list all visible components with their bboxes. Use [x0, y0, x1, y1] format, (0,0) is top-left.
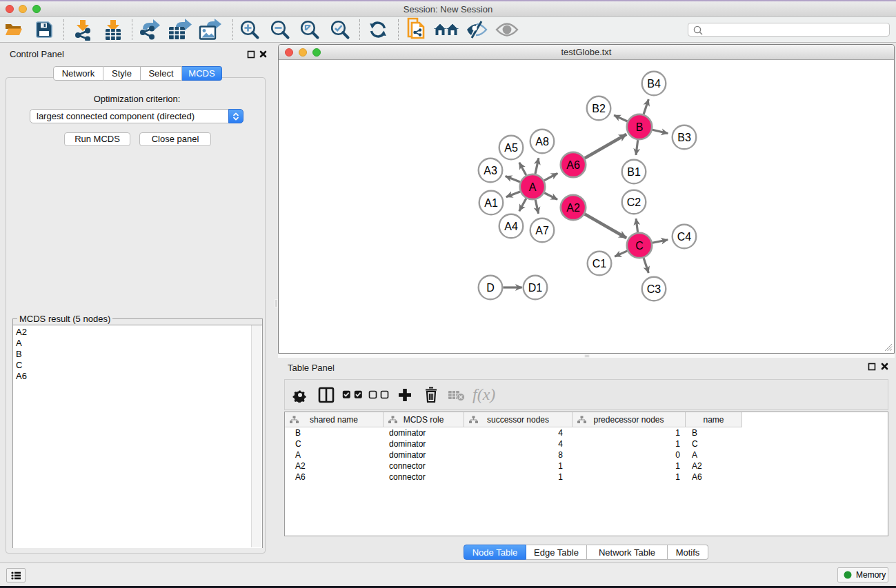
svg-text:C: C — [635, 240, 644, 252]
svg-text:A6: A6 — [566, 159, 580, 171]
svg-text:A4: A4 — [504, 221, 518, 232]
svg-text:C3: C3 — [647, 283, 661, 295]
svg-text:B: B — [636, 121, 644, 133]
svg-text:A3: A3 — [484, 165, 497, 176]
svg-text:A: A — [529, 181, 537, 193]
svg-text:A1: A1 — [484, 197, 498, 209]
svg-text:A5: A5 — [504, 142, 518, 154]
svg-text:D1: D1 — [528, 282, 543, 294]
svg-text:A2: A2 — [566, 202, 580, 214]
svg-text:D: D — [486, 282, 495, 294]
svg-text:C2: C2 — [627, 196, 641, 208]
svg-text:C1: C1 — [593, 258, 607, 270]
svg-text:A7: A7 — [535, 225, 549, 236]
svg-text:C4: C4 — [677, 231, 692, 243]
svg-text:B4: B4 — [647, 78, 661, 90]
svg-text:A8: A8 — [535, 136, 549, 148]
svg-text:B1: B1 — [627, 166, 641, 178]
svg-text:B3: B3 — [677, 132, 691, 143]
svg-text:B2: B2 — [592, 103, 606, 114]
